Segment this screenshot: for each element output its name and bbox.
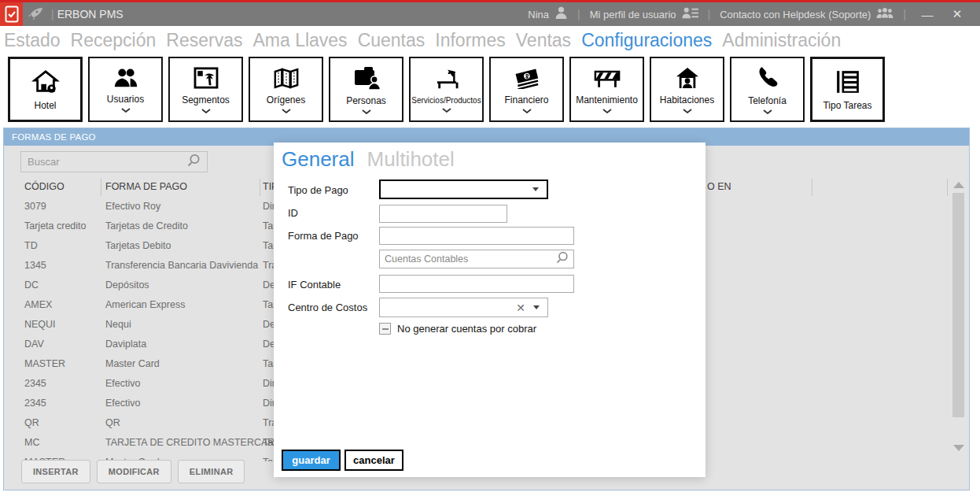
app-title: ERBON PMS xyxy=(57,8,123,20)
cell-forma-de-pago: Transferencia Bancaria Davivienda xyxy=(105,260,258,271)
tab-general[interactable]: General xyxy=(282,147,355,172)
chevron-down-icon xyxy=(522,108,532,113)
cell-forma-de-pago: American Express xyxy=(105,299,185,310)
toolbar-button-tipo-tareas[interactable]: Tipo Tareas xyxy=(810,57,885,122)
clear-icon[interactable]: ✕ xyxy=(516,302,525,313)
titlebar: | ERBON PMS Nina | Mi perfil de usuario xyxy=(0,0,980,26)
table-actions: INSERTAR MODIFICAR ELIMINAR xyxy=(21,460,245,483)
titlebar-separator: | xyxy=(51,8,54,20)
id-field[interactable] xyxy=(379,205,507,223)
no-generar-cuentas-checkbox[interactable] xyxy=(379,323,391,335)
profile-label: Mi perfil de usuario xyxy=(590,9,676,20)
search-input[interactable] xyxy=(28,156,186,168)
eliminar-button[interactable]: ELIMINAR xyxy=(178,460,245,483)
scrollbar-thumb[interactable] xyxy=(952,193,964,417)
titlebar-separator: | xyxy=(708,8,711,20)
menu-item-configuraciones[interactable]: Configuraciones xyxy=(581,30,712,51)
chevron-down-icon xyxy=(201,108,211,113)
chevron-down-icon xyxy=(683,108,692,113)
insertar-button[interactable]: INSERTAR xyxy=(21,460,90,483)
chevron-down-icon xyxy=(362,109,371,114)
cuentas-contables-search[interactable] xyxy=(379,250,574,268)
menu-item-ventas[interactable]: Ventas xyxy=(516,30,571,51)
centro-de-costos-label: Centro de Costos xyxy=(288,302,367,313)
toolbar-button-hotel[interactable]: Hotel xyxy=(8,57,83,122)
toolbar-button-telefonia[interactable]: Telefonía xyxy=(730,57,805,122)
cell-forma-de-pago: Master Card xyxy=(105,358,160,369)
chevron-down-icon xyxy=(602,108,612,113)
column-header-creado-en[interactable]: O EN xyxy=(707,181,731,192)
cell-forma-de-pago: Efectivo xyxy=(105,378,140,389)
rocket-icon xyxy=(28,7,43,21)
user-menu[interactable]: Nina xyxy=(528,6,568,22)
chevron-down-icon xyxy=(282,108,291,113)
person-icon xyxy=(554,6,568,22)
close-button[interactable]: ✕ xyxy=(945,7,969,21)
map-icon xyxy=(273,68,300,92)
money-icon xyxy=(514,67,540,92)
person-list-icon xyxy=(682,6,698,22)
tab-multihotel[interactable]: Multihotel xyxy=(367,147,455,172)
minimize-button[interactable]: — xyxy=(916,8,939,21)
scrollbar-down-arrow-icon[interactable] xyxy=(953,445,964,451)
table-search[interactable] xyxy=(20,151,208,172)
toolbar-button-financiero[interactable]: Financiero xyxy=(489,57,564,122)
hotel-icon xyxy=(31,69,60,98)
id-label: ID xyxy=(288,207,298,219)
cell-codigo: NEQUI xyxy=(24,319,56,330)
chevron-down-icon xyxy=(533,305,540,309)
main-menu: Estado Recepción Reservas Ama Llaves Cue… xyxy=(4,28,841,53)
forma-de-pago-field[interactable] xyxy=(379,227,574,245)
tipo-de-pago-label: Tipo de Pago xyxy=(288,184,348,196)
cell-codigo: 2345 xyxy=(24,398,46,409)
menu-item-informes[interactable]: Informes xyxy=(435,30,505,51)
cell-forma-de-pago: Nequi xyxy=(105,319,131,330)
cell-codigo: 3079 xyxy=(24,201,46,212)
cell-forma-de-pago: Efectivo xyxy=(105,398,140,409)
briefcase-person-icon xyxy=(353,66,380,93)
cell-forma-de-pago: Efectivo Roy xyxy=(105,201,160,212)
cell-forma-de-pago: Depósitos xyxy=(105,279,149,291)
helpdesk-label: Contacto con Helpdesk (Soporte) xyxy=(720,9,871,20)
cell-codigo: 1345 xyxy=(24,260,46,271)
toolbar-button-usuarios[interactable]: Usuarios xyxy=(88,57,163,122)
guardar-button[interactable]: guardar xyxy=(282,450,341,471)
search-icon[interactable] xyxy=(186,154,201,171)
titlebar-separator: | xyxy=(577,8,580,20)
column-header-codigo[interactable]: CÓDIGO xyxy=(24,181,64,192)
toolbar-button-mantenimiento[interactable]: Mantenimiento xyxy=(569,57,644,122)
modificar-button[interactable]: MODIFICAR xyxy=(97,460,171,483)
cell-codigo: Tarjeta credito xyxy=(24,220,87,231)
toolbar-button-origenes[interactable]: Orígenes xyxy=(249,57,323,122)
helpdesk-menu[interactable]: Contacto con Helpdesk (Soporte) xyxy=(720,6,893,22)
cell-forma-de-pago: Tarjetas Debito xyxy=(105,240,171,251)
toolbar-button-segmentos[interactable]: Segmentos xyxy=(168,57,243,122)
if-contable-field[interactable] xyxy=(379,275,574,293)
dialog-tabs: General Multihotel xyxy=(282,147,455,172)
column-divider xyxy=(101,179,101,196)
menu-item-ama-llaves[interactable]: Ama Llaves xyxy=(252,30,347,51)
scrollbar-up-arrow-icon[interactable] xyxy=(953,182,964,188)
menu-item-cuentas[interactable]: Cuentas xyxy=(358,30,426,51)
column-divider xyxy=(260,179,260,196)
toolbar-button-personas[interactable]: Personas xyxy=(329,57,403,122)
users-icon xyxy=(112,68,139,91)
cancelar-button[interactable]: cancelar xyxy=(344,450,403,471)
tipo-de-pago-select[interactable] xyxy=(379,180,548,199)
toolbar-button-habitaciones[interactable]: Habitaciones xyxy=(650,57,724,122)
chevron-down-icon xyxy=(532,187,539,191)
menu-item-recepcion[interactable]: Recepción xyxy=(71,30,157,51)
profile-menu[interactable]: Mi perfil de usuario xyxy=(590,6,698,22)
cell-forma-de-pago: Daviplata xyxy=(105,339,146,350)
cuentas-contables-input[interactable] xyxy=(385,254,555,265)
menu-item-reservas[interactable]: Reservas xyxy=(166,30,242,51)
search-icon[interactable] xyxy=(555,251,569,268)
config-toolbar: Hotel Usuarios xyxy=(8,57,885,122)
column-header-forma-de-pago[interactable]: FORMA DE PAGO xyxy=(105,181,187,192)
centro-de-costos-select[interactable]: ✕ xyxy=(379,298,548,317)
toolbar-button-servicios-productos[interactable]: Servicios/Productos xyxy=(409,57,484,122)
menu-item-estado[interactable]: Estado xyxy=(4,30,61,51)
menu-item-administracion[interactable]: Administración xyxy=(722,30,841,51)
segments-picture-icon xyxy=(193,67,219,92)
erbon-pms-window: | ERBON PMS Nina | Mi perfil de usuario xyxy=(0,0,980,496)
